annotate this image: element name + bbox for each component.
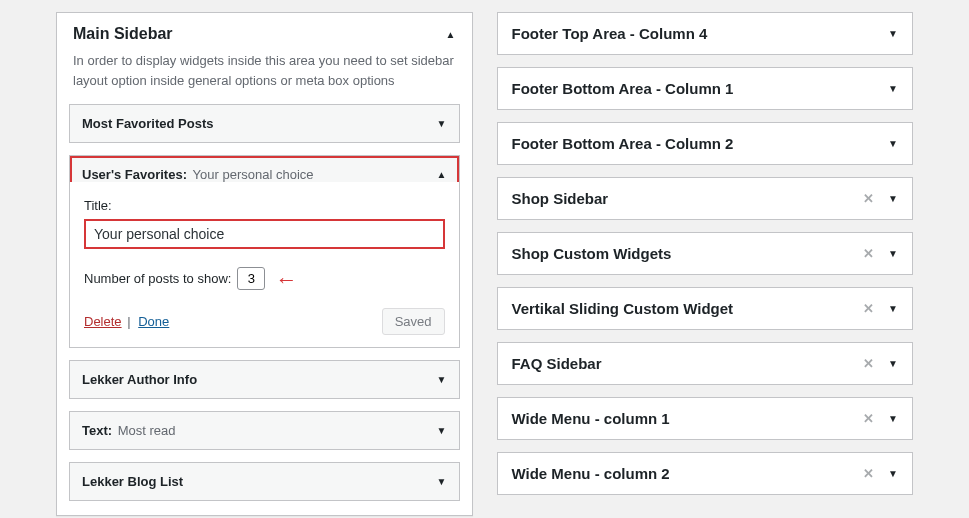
chevron-down-icon: ▼: [437, 425, 447, 436]
sidebar-area-label: Footer Bottom Area - Column 1: [512, 80, 734, 97]
title-input[interactable]: [84, 219, 445, 249]
saved-button: Saved: [382, 308, 445, 335]
widget-lekker-author-info[interactable]: Lekker Author Info ▼: [69, 360, 460, 399]
close-icon[interactable]: ✕: [863, 411, 874, 426]
chevron-down-icon: ▼: [437, 476, 447, 487]
chevron-down-icon: ▼: [888, 83, 898, 94]
sidebar-area-item[interactable]: Shop Custom Widgets✕▼: [497, 232, 914, 275]
chevron-down-icon: ▼: [888, 413, 898, 424]
sidebar-area-item[interactable]: Footer Bottom Area - Column 2▼: [497, 122, 914, 165]
close-icon[interactable]: ✕: [863, 191, 874, 206]
close-icon[interactable]: ✕: [863, 301, 874, 316]
sidebar-area-item[interactable]: Shop Sidebar✕▼: [497, 177, 914, 220]
sidebar-area-label: Shop Custom Widgets: [512, 245, 672, 262]
done-link[interactable]: Done: [138, 314, 169, 329]
delete-link[interactable]: Delete: [84, 314, 122, 329]
main-sidebar-panel: Main Sidebar ▲ In order to display widge…: [56, 12, 473, 516]
chevron-down-icon: ▼: [888, 193, 898, 204]
sidebar-area-label: Wide Menu - column 2: [512, 465, 670, 482]
separator: |: [127, 314, 130, 329]
widget-users-favorites-body: Title: Number of posts to show: ← Delete…: [69, 182, 460, 348]
sidebar-area-label: Wide Menu - column 1: [512, 410, 670, 427]
sidebar-area-item[interactable]: Wide Menu - column 1✕▼: [497, 397, 914, 440]
chevron-down-icon: ▼: [437, 118, 447, 129]
widget-label: Lekker Blog List: [82, 474, 183, 489]
sidebar-area-label: Footer Bottom Area - Column 2: [512, 135, 734, 152]
posts-label: Number of posts to show:: [84, 271, 231, 286]
chevron-up-icon: ▲: [437, 169, 447, 180]
widget-lekker-blog-list[interactable]: Lekker Blog List ▼: [69, 462, 460, 501]
close-icon[interactable]: ✕: [863, 246, 874, 261]
widget-text-most-read[interactable]: Text: Most read ▼: [69, 411, 460, 450]
widget-label: Lekker Author Info: [82, 372, 197, 387]
sidebar-area-label: Vertikal Sliding Custom Widget: [512, 300, 734, 317]
widget-list: Most Favorited Posts ▼ User's Favorites:…: [57, 104, 472, 515]
widget-label: Text:: [82, 423, 112, 438]
chevron-down-icon: ▼: [888, 303, 898, 314]
sidebar-area-label: FAQ Sidebar: [512, 355, 602, 372]
title-label: Title:: [84, 198, 445, 213]
widget-subtitle: Most read: [118, 423, 176, 438]
arrow-left-icon: ←: [275, 269, 297, 291]
panel-header[interactable]: Main Sidebar ▲: [57, 13, 472, 51]
widget-subtitle: Your personal choice: [193, 167, 314, 182]
sidebar-area-item[interactable]: Wide Menu - column 2✕▼: [497, 452, 914, 495]
widget-label: User's Favorites:: [82, 167, 187, 182]
chevron-down-icon: ▼: [437, 374, 447, 385]
sidebar-area-item[interactable]: FAQ Sidebar✕▼: [497, 342, 914, 385]
posts-input[interactable]: [237, 267, 265, 290]
panel-description: In order to display widgets inside this …: [57, 51, 472, 104]
chevron-down-icon: ▼: [888, 28, 898, 39]
sidebar-area-label: Shop Sidebar: [512, 190, 609, 207]
sidebar-area-label: Footer Top Area - Column 4: [512, 25, 708, 42]
panel-title: Main Sidebar: [73, 25, 173, 43]
chevron-down-icon: ▼: [888, 468, 898, 479]
chevron-down-icon: ▼: [888, 248, 898, 259]
chevron-down-icon: ▼: [888, 358, 898, 369]
sidebar-area-item[interactable]: Vertikal Sliding Custom Widget✕▼: [497, 287, 914, 330]
sidebar-area-item[interactable]: Footer Top Area - Column 4▼: [497, 12, 914, 55]
sidebar-area-item[interactable]: Footer Bottom Area - Column 1▼: [497, 67, 914, 110]
chevron-up-icon: ▲: [446, 29, 456, 40]
widget-label: Most Favorited Posts: [82, 116, 213, 131]
close-icon[interactable]: ✕: [863, 356, 874, 371]
chevron-down-icon: ▼: [888, 138, 898, 149]
close-icon[interactable]: ✕: [863, 466, 874, 481]
widget-most-favorited-posts[interactable]: Most Favorited Posts ▼: [69, 104, 460, 143]
sidebar-area-list: Footer Top Area - Column 4▼Footer Bottom…: [497, 12, 914, 516]
